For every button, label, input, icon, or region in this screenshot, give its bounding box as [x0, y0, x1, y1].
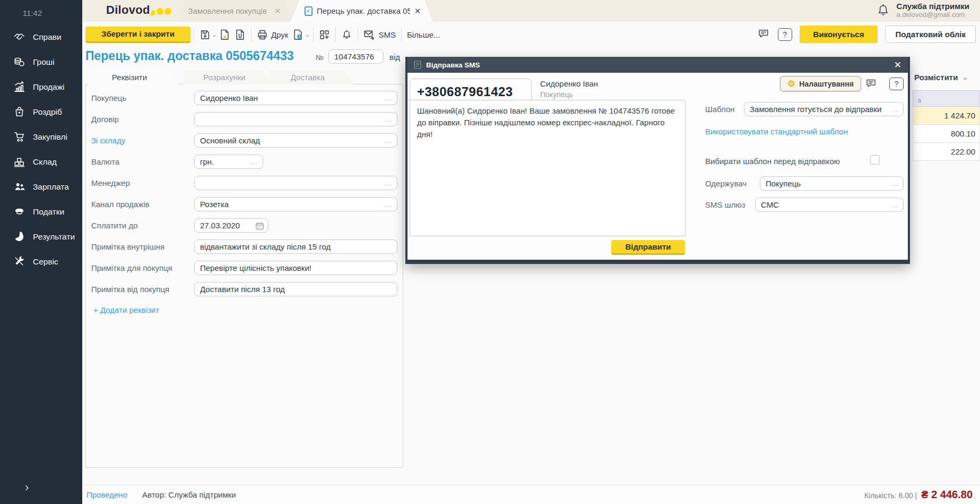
ellipsis-picker-icon[interactable]: ...	[385, 200, 392, 208]
recipient-select[interactable]: Покупець...	[760, 176, 904, 191]
tab-label: Замовлення покупців	[188, 6, 267, 15]
attachment-icon[interactable]	[232, 29, 248, 40]
note-from-buyer-input[interactable]: Доставити після 13 год	[194, 282, 397, 296]
salary-people-icon	[13, 180, 26, 193]
sidebar-expand-chevron-icon[interactable]: ›	[25, 482, 29, 493]
print-button[interactable]: Друк	[255, 29, 290, 40]
field-label: Примітка від покупця	[91, 285, 194, 294]
ellipsis-picker-icon[interactable]: ...	[891, 105, 898, 113]
tab-current-document[interactable]: ✓ Перець упак. доставка 0505674 ✕	[291, 0, 433, 22]
table-row[interactable]: 1 424.70	[913, 107, 980, 125]
field-label: Менеджер	[91, 178, 194, 187]
reminder-bell-icon[interactable]	[339, 29, 354, 40]
calendar-icon[interactable]	[255, 221, 264, 230]
tab-dostavka[interactable]: Доставка	[270, 70, 353, 84]
save-close-button[interactable]: Зберегти і закрити	[85, 27, 190, 43]
place-button[interactable]: Розмістити ⌄	[914, 73, 968, 82]
sms-button[interactable]: SMS	[361, 29, 398, 40]
sms-document-icon	[414, 61, 421, 69]
notifications-bell-icon[interactable]	[876, 2, 890, 18]
note-for-buyer-input[interactable]: Перевірте цілісність упаковки!	[194, 261, 397, 275]
sms-modal-titlebar[interactable]: Відправка SMS ✕	[407, 57, 908, 73]
sidebar-item-servis[interactable]: Сервіс	[0, 249, 82, 274]
divider	[401, 28, 402, 41]
ellipsis-picker-icon[interactable]: ...	[891, 180, 898, 187]
sms-gateway-select[interactable]: СМС...	[755, 198, 904, 212]
logo-dots-icon	[157, 8, 163, 15]
close-icon[interactable]: ✕	[894, 61, 901, 70]
comment-icon[interactable]	[865, 78, 878, 90]
ellipsis-picker-icon[interactable]: ...	[891, 201, 898, 209]
taxes-cap-icon	[13, 205, 26, 218]
pay-until-date-input[interactable]: 27.03.2020	[194, 218, 268, 233]
field-row-manager: Менеджер ...	[91, 176, 397, 190]
sidebar-item-prodazhi[interactable]: Продажі	[0, 74, 82, 99]
add-requisite-link[interactable]: + Додати реквізит	[93, 305, 159, 314]
ellipsis-picker-icon[interactable]: ...	[385, 115, 392, 123]
save-favorite-icon[interactable]	[217, 29, 232, 40]
sidebar-item-groshi[interactable]: Гроші	[0, 49, 82, 74]
warehouse-input[interactable]: Основний склад...	[194, 133, 397, 148]
sales-channel-input[interactable]: Розетка...	[194, 197, 397, 211]
currency-input[interactable]: грн....	[194, 155, 263, 169]
document-info-icon[interactable]: i	[290, 29, 306, 40]
items-column-header: а	[913, 90, 980, 107]
close-icon[interactable]: ✕	[414, 6, 421, 16]
help-icon[interactable]: ?	[889, 78, 904, 90]
sidebar: 11:42 Справи Гроші Продажі Роздріб Закуп…	[0, 0, 82, 504]
note-internal-input[interactable]: відвантажити зі складу після 15 год	[194, 240, 397, 254]
chevron-down-icon[interactable]: ⌄	[305, 31, 310, 38]
document-tabs: Реквізити Розрахунки Доставка	[85, 70, 404, 84]
ellipsis-picker-icon[interactable]: ...	[385, 179, 392, 187]
save-icon[interactable]	[197, 29, 213, 40]
status-button[interactable]: Виконується	[800, 25, 878, 43]
sidebar-item-rezultaty[interactable]: Результати	[0, 224, 82, 249]
sidebar-item-label: Гроші	[33, 57, 55, 67]
doc-number-input[interactable]: 104743576	[328, 49, 384, 64]
send-sms-button[interactable]: Відправити	[611, 240, 685, 255]
ellipsis-picker-icon[interactable]: ...	[385, 94, 392, 102]
warehouse-label-link[interactable]: Зі складу	[91, 136, 194, 145]
tab-rozrakhunky[interactable]: Розрахунки	[184, 70, 272, 84]
comment-icon[interactable]	[757, 28, 770, 41]
results-pie-icon	[13, 230, 26, 243]
sidebar-item-zarplata[interactable]: Зарплата	[0, 174, 82, 199]
sidebar-item-sprava[interactable]: Справи	[0, 24, 82, 49]
choose-template-checkbox[interactable]	[870, 155, 880, 165]
use-standard-template-link[interactable]: Використовувати стандартний шаблон	[705, 127, 848, 136]
related-documents-icon[interactable]	[317, 29, 332, 40]
tab-orders-list[interactable]: Замовлення покупців ✕	[177, 0, 292, 22]
ellipsis-picker-icon[interactable]: ...	[385, 136, 392, 144]
contract-input[interactable]: ...	[194, 112, 397, 126]
sidebar-item-zakupivli[interactable]: Закупівлі	[0, 124, 82, 149]
table-row[interactable]: 222.00	[913, 143, 980, 161]
table-row[interactable]: 800.10	[913, 125, 980, 143]
buyer-input[interactable]: Сидоренко Іван...	[194, 91, 397, 105]
field-label: Покупець	[91, 93, 194, 102]
sms-label: SMS	[378, 30, 396, 39]
close-icon[interactable]: ✕	[274, 6, 281, 16]
sms-settings-button[interactable]: ⚙ Налаштування	[780, 76, 861, 91]
manager-input[interactable]: ...	[194, 176, 397, 190]
sidebar-item-podatky[interactable]: Податки	[0, 199, 82, 224]
more-button[interactable]: Більше...	[405, 30, 443, 39]
sidebar-item-sklad[interactable]: Склад	[0, 149, 82, 174]
field-row-currency: Валюта грн....	[91, 155, 263, 169]
sidebar-item-rozdrib[interactable]: Роздріб	[0, 99, 82, 124]
ellipsis-picker-icon[interactable]: ...	[250, 158, 258, 166]
tax-accounting-button[interactable]: Податковий облік	[885, 25, 976, 43]
sms-message-textarea[interactable]: Шановний(а) Сидоренко Іван! Ваше замовле…	[410, 100, 686, 236]
user-account[interactable]: Служба підтримки a.delovod@gmail.com	[876, 2, 969, 19]
posted-status-link[interactable]: Проведено	[86, 490, 127, 499]
help-icon[interactable]: ?	[778, 28, 792, 41]
logo-dots-icon	[150, 10, 155, 16]
page-title: Перець упак. доставка 0505674433	[85, 49, 294, 63]
sidebar-item-label: Роздріб	[33, 107, 62, 117]
author-label: Автор: Служба підтримки	[142, 490, 236, 499]
tab-rekvizyty[interactable]: Реквізити	[88, 70, 179, 84]
sidebar-nav: Справи Гроші Продажі Роздріб Закупівлі С…	[0, 24, 82, 274]
template-input[interactable]: Замовлення готується до відправки...	[744, 102, 904, 116]
chevron-down-icon[interactable]: ⌄	[212, 31, 217, 38]
dilovod-logo[interactable]: Dilovod	[106, 3, 172, 17]
template-label: Шаблон	[705, 105, 735, 114]
